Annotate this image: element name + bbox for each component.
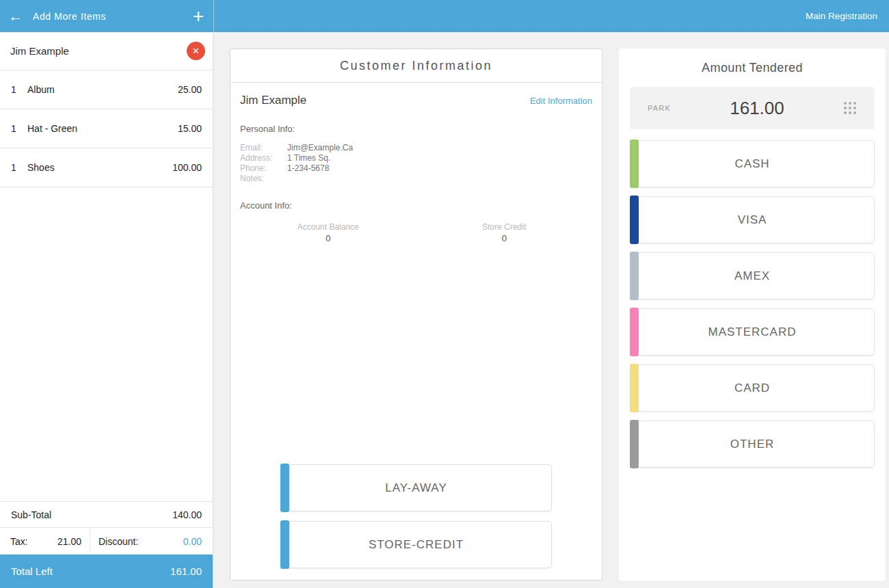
- accent-bar: [630, 252, 639, 300]
- total-left-value: 161.00: [170, 565, 202, 577]
- pay-visa-button[interactable]: VISA: [630, 196, 875, 243]
- accent-bar: [630, 364, 639, 412]
- tax-label: Tax:: [10, 536, 28, 547]
- total-left-label: Total Left: [11, 565, 53, 577]
- item-price: 15.00: [178, 123, 202, 134]
- keypad-icon[interactable]: [843, 101, 857, 115]
- lay-away-button[interactable]: LAY-AWAY: [280, 464, 552, 511]
- accent-bar: [280, 464, 289, 512]
- notes-label: Notes:: [240, 174, 287, 184]
- email-label: Email:: [240, 143, 287, 153]
- tender-amount-row: PARK 161.00: [630, 87, 875, 129]
- lay-away-label: LAY-AWAY: [385, 481, 447, 495]
- plus-icon[interactable]: +: [193, 7, 204, 26]
- item-qty: 1: [11, 84, 27, 95]
- account-balance-label: Account Balance: [240, 222, 416, 232]
- cart-empty-space: [0, 187, 213, 501]
- customer-name: Jim Example: [240, 94, 306, 107]
- store-credit-button-label: STORE-CREDIT: [369, 538, 464, 552]
- cart-item-row[interactable]: 1 Hat - Green 15.00: [0, 109, 213, 148]
- personal-info-label: Personal Info:: [240, 124, 592, 134]
- accent-bar: [630, 420, 639, 468]
- discount-label: Discount:: [98, 536, 138, 547]
- phone-label: Phone:: [240, 163, 287, 174]
- customer-info-body: Jim Example Edit Information Personal In…: [230, 83, 602, 580]
- notes-value: [287, 174, 592, 184]
- total-left-bar: Total Left 161.00: [0, 554, 213, 588]
- amount-tendered-panel: Amount Tendered PARK 161.00 CASH VISA: [619, 49, 886, 580]
- add-more-items-label: Add More Items: [33, 11, 193, 22]
- cart-customer-row: Jim Example ✕: [0, 32, 213, 70]
- pay-amex-button[interactable]: AMEX: [630, 252, 875, 299]
- cart-customer-name: Jim Example: [10, 45, 69, 57]
- item-price: 100.00: [172, 162, 202, 173]
- item-price: 25.00: [178, 84, 202, 95]
- store-credit-col: Store Credit 0: [416, 222, 593, 243]
- tax-cell: Tax: 21.00: [0, 528, 90, 554]
- amount-tendered-title: Amount Tendered: [630, 61, 875, 75]
- account-balance-col: Account Balance 0: [240, 222, 416, 243]
- top-bar: ← Add More Items + Main Registration: [0, 0, 889, 32]
- register-name[interactable]: Main Registration: [806, 11, 877, 21]
- cart-panel: Jim Example ✕ 1 Album 25.00 1 Hat - Gree…: [0, 32, 213, 588]
- register-bar: Main Registration: [214, 0, 889, 32]
- item-name: Shoes: [27, 162, 172, 173]
- accent-bar: [630, 196, 639, 244]
- pay-card-button[interactable]: CARD: [630, 364, 875, 412]
- pay-card-label: CARD: [734, 382, 770, 395]
- remove-customer-icon[interactable]: ✕: [187, 42, 205, 60]
- subtotal-row: Sub-Total 140.00: [0, 501, 213, 527]
- cart-item-row[interactable]: 1 Album 25.00: [0, 70, 213, 109]
- address-value: 1 Times Sq.: [287, 153, 592, 163]
- tax-value: 21.00: [57, 536, 81, 547]
- account-balance-value: 0: [240, 233, 416, 243]
- page-body: Jim Example ✕ 1 Album 25.00 1 Hat - Gree…: [0, 32, 889, 588]
- customer-info-title: Customer Information: [230, 49, 602, 83]
- personal-info-fields: Email: Jim@Example.Ca Address: 1 Times S…: [240, 143, 592, 184]
- customer-action-buttons: LAY-AWAY STORE-CREDIT: [280, 464, 552, 568]
- item-name: Hat - Green: [27, 123, 178, 134]
- subtotal-value: 140.00: [172, 509, 202, 520]
- pay-amex-label: AMEX: [734, 269, 770, 283]
- tax-discount-row: Tax: 21.00 Discount: 0.00: [0, 527, 213, 554]
- discount-cell: Discount: 0.00: [90, 528, 213, 554]
- item-qty: 1: [11, 123, 27, 134]
- pay-visa-label: VISA: [738, 213, 767, 227]
- customer-name-row: Jim Example Edit Information: [240, 94, 592, 107]
- address-label: Address:: [240, 153, 287, 163]
- account-info-label: Account Info:: [240, 200, 592, 211]
- pay-cash-button[interactable]: CASH: [630, 140, 875, 187]
- email-value: Jim@Example.Ca: [287, 143, 592, 153]
- pay-other-button[interactable]: OTHER: [630, 420, 875, 468]
- store-credit-value: 0: [416, 233, 593, 243]
- store-credit-label: Store Credit: [416, 222, 593, 232]
- park-button[interactable]: PARK: [648, 104, 671, 112]
- item-qty: 1: [11, 162, 27, 173]
- payment-method-list: CASH VISA AMEX MASTERCARD CARD: [630, 140, 875, 477]
- cart-item-row[interactable]: 1 Shoes 100.00: [0, 148, 213, 187]
- phone-value: 1-234-5678: [287, 163, 592, 174]
- account-columns: Account Balance 0 Store Credit 0: [240, 222, 592, 243]
- store-credit-button[interactable]: STORE-CREDIT: [280, 521, 552, 568]
- customer-information-card: Customer Information Jim Example Edit In…: [230, 49, 602, 580]
- pay-cash-label: CASH: [734, 157, 769, 171]
- accent-bar: [280, 520, 289, 569]
- edit-information-link[interactable]: Edit Information: [530, 96, 592, 106]
- accent-bar: [630, 308, 639, 356]
- subtotal-label: Sub-Total: [11, 509, 51, 520]
- back-arrow-icon[interactable]: ←: [8, 9, 23, 24]
- item-name: Album: [27, 84, 178, 95]
- pay-mastercard-label: MASTERCARD: [708, 325, 796, 339]
- discount-value[interactable]: 0.00: [183, 536, 202, 547]
- main-area: Customer Information Jim Example Edit In…: [213, 32, 889, 588]
- pay-other-label: OTHER: [730, 438, 775, 451]
- pay-mastercard-button[interactable]: MASTERCARD: [630, 308, 875, 356]
- accent-bar: [630, 139, 639, 188]
- tender-amount-value: 161.00: [671, 98, 843, 119]
- add-more-items-bar[interactable]: ← Add More Items +: [0, 0, 214, 32]
